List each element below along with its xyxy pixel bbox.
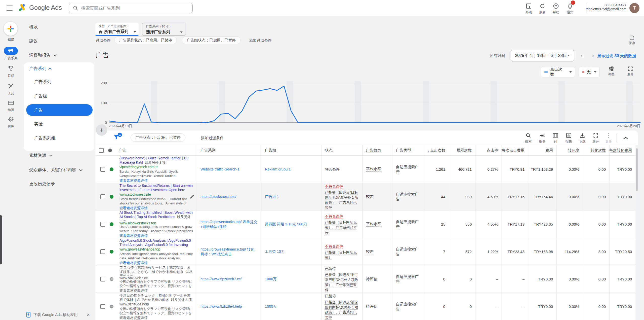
status-paused-icon[interactable]: [110, 305, 113, 308]
ad-title-link[interactable]: プロも使う株式情報サービス｜株式投資、まずは学ぶことから｜AIでわかる株の動き …: [119, 265, 193, 276]
view-assets-link[interactable]: 查看素材资源详情: [119, 178, 193, 183]
add-filter-button[interactable]: 添加过滤条件: [249, 38, 272, 43]
scrollbar-thumb[interactable]: [636, 148, 638, 191]
status-enabled-icon[interactable]: [110, 222, 113, 226]
sidebar-item-campaigns-header[interactable]: 广告系列: [24, 63, 94, 74]
left-scroll-handle[interactable]: [0, 215, 2, 264]
ad_group-link[interactable]: 1000万: [265, 304, 318, 309]
ad-title-link[interactable]: 今注目の株をチェック｜株価分析ツールを無料で体験｜AIでわかる株の動き 以及另外…: [119, 293, 193, 302]
rail-item-billing[interactable]: [4, 99, 18, 107]
row-checkbox[interactable]: [100, 167, 105, 172]
help-button[interactable]: ?帮助: [549, 2, 563, 15]
campaign-link[interactable]: https://www.9zhz8e4.help: [200, 304, 258, 309]
status-paused-icon[interactable]: [110, 277, 113, 281]
sidebar-item-广告系列组[interactable]: 广告系列组: [24, 132, 94, 144]
collapse-table-button[interactable]: [622, 134, 629, 141]
show-last-30-days-link[interactable]: 显示过去 30 天的数据: [597, 53, 636, 59]
close-icon[interactable]: ×: [87, 312, 90, 318]
table-filter-button[interactable]: 1: [113, 134, 122, 142]
column-header-impressions[interactable]: 展示次数: [449, 145, 475, 156]
campaign-link[interactable]: Website traffic-Search-1: [200, 167, 258, 172]
campaign-selector[interactable]: 广告系列（10 个） 选择广告系列: [142, 23, 185, 36]
rail-item-goals[interactable]: [4, 64, 18, 73]
rail-item-tools[interactable]: [4, 82, 18, 90]
ad-title-link[interactable]: AI Stock Trading Simplified | Boost Weal…: [119, 210, 193, 221]
view-assets-link[interactable]: 查看素材资源详情: [119, 315, 193, 320]
sidebar-item-5[interactable]: 受众群体、关键字和内容: [22, 164, 94, 175]
table-scrollbar[interactable]: [635, 145, 638, 320]
strength-value[interactable]: 较差: [366, 194, 389, 199]
campaign-link[interactable]: https://aipowerstocks.top/ 表单提交+跳转确认+跳转: [200, 220, 258, 229]
rail-item-campaigns[interactable]: [4, 47, 18, 55]
column-header-campaign[interactable]: 广告系列: [197, 145, 261, 156]
performance-chart[interactable]: 2001000: [97, 80, 641, 128]
adjust-button[interactable]: 调整: [605, 66, 618, 77]
report-tool-button[interactable]: 报告: [562, 132, 576, 144]
campaign-link[interactable]: https://groweasyfinance.top/ 转化目标：WS按钮点击: [200, 247, 258, 257]
column-header-status[interactable]: 状态: [321, 145, 362, 156]
create-button[interactable]: [4, 22, 18, 36]
sidebar-item-4[interactable]: 素材资源: [22, 150, 94, 161]
row-checkbox[interactable]: [100, 304, 105, 309]
sidebar-item-6[interactable]: 更改历史记录: [22, 178, 94, 189]
sidebar-item-2[interactable]: 建议: [22, 35, 94, 47]
filter-chip-2[interactable]: 广告组状态：已启用、已暂停: [182, 36, 240, 44]
strength-value[interactable]: 较差: [366, 249, 389, 254]
ad-status-filter-chip[interactable]: 广告状态：已启用、已暂停: [131, 133, 185, 142]
sidebar-item-实验[interactable]: 实验: [24, 118, 94, 129]
strength-value[interactable]: 平均水平: [366, 222, 389, 227]
column-header-ad_group[interactable]: 广告组: [261, 145, 321, 156]
ad-title-link[interactable]: {Keyword:home} | Güzel Yemek Tarifleri |…: [119, 156, 193, 165]
column-header-clicks[interactable]: ↓点击次数: [423, 145, 449, 156]
edit-pencil-icon[interactable]: [190, 194, 195, 200]
ad_group-link[interactable]: 1000万: [265, 277, 318, 281]
column-header-cost_per_conv[interactable]: 每次转化费用: [609, 145, 635, 156]
sidebar-item-广告组[interactable]: 广告组: [24, 90, 94, 101]
search-tool-button[interactable]: 搜索: [521, 132, 535, 144]
view-assets-link[interactable]: 查看素材资源详情: [119, 261, 193, 265]
ad_group-link[interactable]: 工具类 10刀: [265, 249, 318, 254]
download-tool-button[interactable]: 下载: [576, 132, 589, 144]
status-enabled-icon[interactable]: [110, 250, 113, 254]
avatar[interactable]: T: [629, 3, 639, 13]
column-header-type[interactable]: 广告类型: [392, 145, 423, 156]
column-header-conversions[interactable]: 转化次数: [583, 145, 609, 156]
notifications-button[interactable]: 通知!: [563, 2, 577, 15]
ad_group-link[interactable]: 第四版 词组 2-10点 500刀: [265, 222, 318, 227]
date-next-button[interactable]: ›: [590, 52, 596, 59]
table-add-filter-button[interactable]: 添加过滤条件: [201, 136, 224, 140]
chart-expand-button[interactable]: 展开: [624, 66, 637, 77]
status-enabled-icon[interactable]: [110, 167, 113, 171]
primary-metric-selector[interactable]: 点击次数: [541, 67, 575, 77]
save-button[interactable]: 保存: [626, 35, 638, 45]
view-selector[interactable]: 视图（2 个过滤条件） 所有广告系列: [95, 23, 139, 36]
main-menu-icon[interactable]: [7, 6, 13, 11]
campaign-link[interactable]: https://www.5pz0veb7.cc/: [200, 277, 258, 281]
filter-chip-1[interactable]: 广告系列状态：已启用、已暂停: [114, 36, 177, 44]
view-assets-link[interactable]: 查看素材资源详情: [119, 233, 193, 238]
status-enabled-icon[interactable]: [110, 195, 113, 199]
view-assets-link[interactable]: 查看素材资源详情: [119, 288, 193, 293]
row-checkbox[interactable]: [100, 277, 105, 281]
rail-item-admin[interactable]: [4, 115, 18, 123]
campaign-link[interactable]: https://stocksnest.site/: [200, 194, 258, 199]
column-header-ctr[interactable]: 点击率: [475, 145, 502, 156]
expand-tool-button[interactable]: 展开: [589, 132, 602, 144]
column-header-conv_rate[interactable]: 转化率: [556, 145, 583, 156]
date-prev-button[interactable]: ‹: [579, 52, 585, 59]
strength-value[interactable]: 平均水平: [366, 167, 389, 172]
column-header-cost[interactable]: 费用: [528, 145, 556, 156]
secondary-metric-selector[interactable]: 无: [579, 67, 600, 77]
column-header-strength[interactable]: 广告效力: [362, 145, 392, 156]
search-input[interactable]: 搜索页面或广告系列: [69, 3, 193, 13]
status-detail[interactable]: 已拒登（因违反“被保留的商标”及另外 1 项政策）、广告系列已暂停: [325, 300, 359, 320]
status-detail[interactable]: 已拒登（因违反“目标网址无效”及另外 1 项政策）、广告系列已暂停: [325, 190, 359, 210]
status-detail[interactable]: 已拒登（因违反“不可靠声明”及另外 2 项政策）、广告系列已暂停: [325, 272, 359, 292]
columns-tool-button[interactable]: 列: [549, 132, 562, 144]
row-checkbox[interactable]: [100, 222, 105, 227]
status-detail[interactable]: 已拒登（目标网址无效）、广告系列已暂停: [325, 220, 359, 235]
row-checkbox[interactable]: [100, 194, 105, 199]
date-range-picker[interactable]: 2025年 4月 13日 – 6月 28日: [511, 50, 574, 61]
sidebar-item-1[interactable]: 概览: [22, 22, 94, 33]
sidebar-item-3[interactable]: 洞察和报告: [22, 50, 94, 61]
